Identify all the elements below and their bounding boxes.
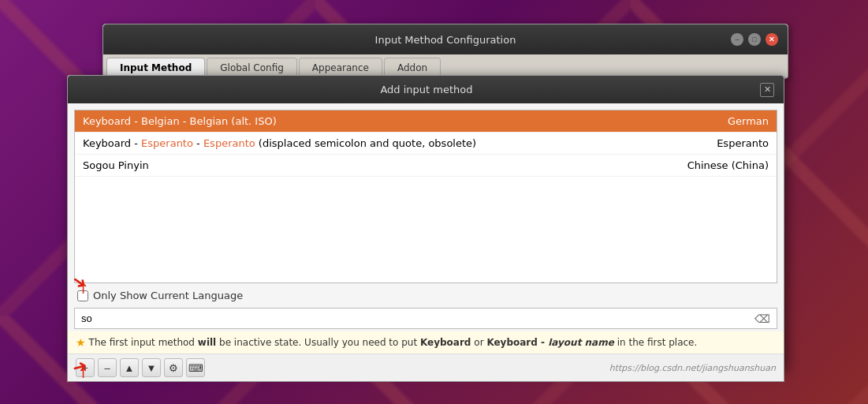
- maximize-button[interactable]: □: [748, 33, 761, 46]
- row-name-3: Sogou Pinyin: [83, 159, 149, 171]
- list-item[interactable]: Keyboard - Esperanto - Esperanto (displa…: [75, 133, 777, 155]
- search-row: ⌫: [74, 308, 777, 329]
- remove-button[interactable]: –: [98, 358, 117, 377]
- window-controls: – □ ✕: [731, 33, 778, 46]
- minimize-button[interactable]: –: [731, 33, 743, 46]
- list-item[interactable]: Sogou Pinyin Chinese (China): [75, 155, 777, 177]
- dialog-close-button[interactable]: ✕: [760, 83, 774, 97]
- url-text: https://blog.csdn.net/jiangshuanshuan: [609, 363, 776, 373]
- dialog-title: Add input method: [93, 84, 760, 95]
- close-button[interactable]: ✕: [766, 33, 778, 46]
- main-window-title: Input Method Configuration: [160, 34, 731, 46]
- row-name-1: Keyboard - Belgian - Belgian (alt. ISO): [83, 115, 277, 127]
- row-lang-3: Chinese (China): [687, 159, 769, 171]
- add-button[interactable]: +: [76, 358, 95, 377]
- info-bar: ★ The first input method will be inactiv…: [68, 331, 784, 354]
- star-icon: ★: [76, 336, 86, 349]
- dialog-titlebar: Add input method ✕: [68, 76, 784, 103]
- search-clear-button[interactable]: ⌫: [748, 309, 777, 328]
- checkbox-row: Only Show Current Language: [74, 283, 777, 308]
- add-input-method-dialog: Add input method ✕ Keyboard - Belgian - …: [67, 75, 784, 370]
- settings-button[interactable]: ⚙: [164, 358, 183, 377]
- main-window: Input Method Configuration – □ ✕ Input M…: [102, 24, 788, 79]
- dialog-body: Keyboard - Belgian - Belgian (alt. ISO) …: [68, 103, 784, 369]
- toolbar-left: + – ▲ ▼ ⚙ ⌨: [76, 358, 205, 377]
- row-lang-1: German: [728, 115, 769, 127]
- checkbox-label: Only Show Current Language: [93, 290, 243, 301]
- main-window-titlebar: Input Method Configuration – □ ✕: [103, 24, 788, 54]
- list-item[interactable]: Keyboard - Belgian - Belgian (alt. ISO) …: [75, 110, 777, 133]
- main-bottom: ★ The first input method will be inactiv…: [67, 331, 784, 382]
- only-show-current-language-checkbox[interactable]: [77, 290, 88, 301]
- input-method-list[interactable]: Keyboard - Belgian - Belgian (alt. ISO) …: [74, 110, 777, 283]
- row-lang-2: Esperanto: [717, 137, 769, 149]
- search-input[interactable]: [75, 309, 748, 328]
- toolbar-bar: + – ▲ ▼ ⚙ ⌨ https://blog.csdn.net/jiangs…: [68, 354, 784, 381]
- info-text: The first input method will be inactive …: [89, 337, 698, 348]
- move-down-button[interactable]: ▼: [142, 358, 161, 377]
- move-up-button[interactable]: ▲: [120, 358, 139, 377]
- keyboard-button[interactable]: ⌨: [186, 358, 205, 377]
- row-name-2: Keyboard - Esperanto - Esperanto (displa…: [83, 137, 476, 149]
